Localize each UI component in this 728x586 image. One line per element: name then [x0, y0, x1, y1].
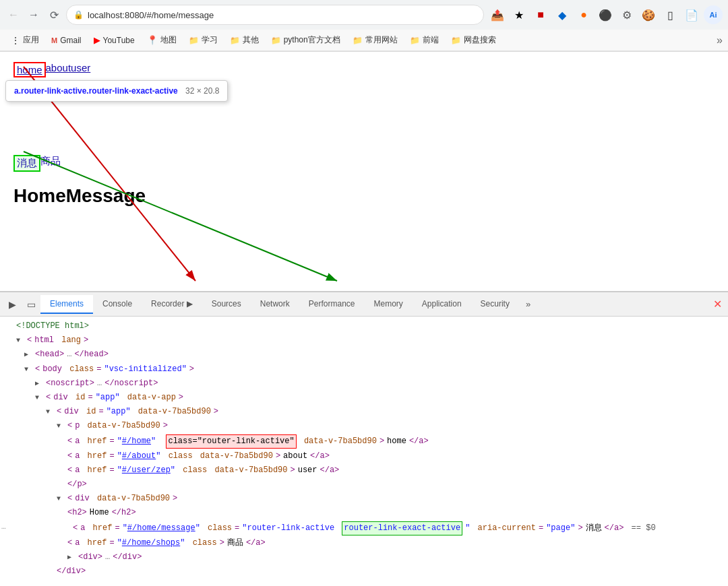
- bookmark-youtube[interactable]: ▶ YouTube: [88, 33, 140, 47]
- bookmark-gmail-label: Gmail: [60, 36, 81, 45]
- devtools-inspect-button[interactable]: ▶: [3, 295, 22, 314]
- forward-button[interactable]: →: [26, 7, 42, 23]
- bookmark-youtube-label: YouTube: [103, 36, 135, 45]
- tooltip-box: a.router-link-active.router-link-exact-a…: [5, 80, 228, 102]
- sub-nav-message[interactable]: 消息: [13, 155, 40, 172]
- ext-gray-button[interactable]: ⚫: [596, 5, 615, 24]
- code-line-a-about: <a href="#/about" class data-v-7ba5bd90>…: [0, 449, 728, 463]
- code-line-a-message: … <a href="#/home/message" class="router…: [0, 521, 728, 536]
- bookmark-other-label: 其他: [243, 34, 259, 46]
- tab-recorder[interactable]: Recorder ▶: [142, 295, 202, 314]
- page-content: home about user a.router-link-active.rou…: [0, 52, 728, 291]
- ext-cookie-button[interactable]: 🍪: [639, 5, 658, 24]
- expand-head[interactable]: [24, 350, 32, 360]
- reload-button[interactable]: ⟳: [46, 7, 62, 23]
- tab-sources[interactable]: Sources: [202, 295, 251, 314]
- code-line-p-close: </p>: [0, 478, 728, 492]
- code-line-a-user: <a href="#/user/zep" class data-v-7ba5bd…: [0, 463, 728, 478]
- code-line-head: <head>…</head>: [0, 348, 728, 362]
- address-bar[interactable]: 🔒 localhost:8080/#/home/message: [66, 5, 484, 25]
- bookmark-star-button[interactable]: ★: [510, 5, 528, 24]
- page-nav: home about user: [13, 62, 715, 77]
- bookmark-other[interactable]: 📁 其他: [224, 32, 264, 48]
- devtools-tabs: ▶ ▭ Elements Console Recorder ▶ Sources …: [0, 292, 728, 317]
- devtools-device-button[interactable]: ▭: [22, 295, 40, 314]
- bookmark-common[interactable]: 📁 常用网站: [347, 32, 403, 48]
- bookmark-netdisk-label: 网盘搜索: [464, 34, 496, 46]
- url-text: localhost:8080/#/home/message: [88, 10, 477, 20]
- bookmark-frontend[interactable]: 📁 前端: [404, 32, 444, 48]
- bookmark-netdisk[interactable]: 📁 网盘搜索: [446, 32, 502, 48]
- bookmarks-more-button[interactable]: »: [717, 34, 723, 46]
- ext-puzzle-button[interactable]: ▯: [661, 5, 679, 24]
- folder-icon-5: 📁: [410, 36, 420, 45]
- tab-performance[interactable]: Performance: [299, 295, 365, 314]
- ext-orange-button[interactable]: ●: [574, 5, 593, 24]
- nav-link-about[interactable]: about: [46, 62, 71, 77]
- bookmark-apps[interactable]: ⋮ 应用: [5, 32, 44, 48]
- profile-button[interactable]: Ai: [704, 5, 723, 24]
- apps-icon: ⋮: [11, 35, 20, 46]
- bookmark-maps-label: 地图: [160, 34, 177, 46]
- code-line-div-app-inner: <div id="app" data-v-7ba5bd90 >: [0, 405, 728, 419]
- expand-div-app-inner[interactable]: [46, 407, 54, 418]
- code-line-doctype: <!DOCTYPE html>: [0, 319, 728, 333]
- ext-more-button[interactable]: 📄: [682, 5, 701, 24]
- code-line-body: <body class="vsc-initialized" >: [0, 362, 728, 377]
- bookmark-gmail[interactable]: M Gmail: [46, 34, 87, 47]
- devtools-close-button[interactable]: ✕: [709, 296, 725, 313]
- tooltip-size-text: 32 × 20.8: [185, 86, 219, 96]
- code-line-html: <html lang >: [0, 333, 728, 348]
- nav-link-home[interactable]: home: [13, 62, 46, 77]
- back-button[interactable]: ←: [5, 7, 22, 23]
- highlight-router-link-exact-active: router-link-exact-active: [342, 521, 462, 535]
- bookmark-study-label: 学习: [202, 34, 218, 46]
- folder-icon-3: 📁: [271, 36, 281, 45]
- youtube-icon: ▶: [94, 35, 100, 45]
- tab-security[interactable]: Security: [471, 295, 519, 314]
- nav-link-user[interactable]: user: [71, 62, 90, 77]
- tab-network[interactable]: Network: [251, 295, 299, 314]
- code-line-a-home: <a href="#/home" class="router-link-acti…: [0, 434, 728, 449]
- tooltip-class-text: a.router-link-active.router-link-exact-a…: [14, 86, 178, 96]
- expand-html[interactable]: [16, 335, 24, 346]
- bookmark-study[interactable]: 📁 学习: [183, 32, 223, 48]
- bookmark-common-label: 常用网站: [365, 34, 398, 46]
- tab-application[interactable]: Application: [413, 295, 471, 314]
- share-button[interactable]: 📤: [488, 5, 507, 24]
- tab-memory[interactable]: Memory: [365, 295, 413, 314]
- ext-red-button[interactable]: ■: [531, 5, 550, 24]
- bookmarks-bar: ⋮ 应用 M Gmail ▶ YouTube 📍 地图 📁 学习 📁 其他 📁 …: [0, 30, 728, 51]
- expand-noscript[interactable]: [35, 379, 43, 389]
- highlight-router-link-active: class="router-link-active": [166, 434, 296, 449]
- tab-elements[interactable]: Elements: [40, 295, 93, 314]
- page-heading: HomeMessage: [13, 185, 715, 207]
- folder-icon-1: 📁: [189, 36, 199, 45]
- code-line-a-shops: <a href="#/home/shops" class>商品</a>: [0, 536, 728, 550]
- expand-div-inner[interactable]: [57, 494, 65, 504]
- tab-console[interactable]: Console: [93, 295, 142, 314]
- expand-body[interactable]: [24, 364, 32, 375]
- expand-p[interactable]: [57, 421, 65, 432]
- bookmark-python-label: python官方文档: [284, 34, 340, 46]
- doctype-text: <!DOCTYPE html>: [16, 320, 89, 333]
- code-line-div-collapsed: <div>…</div>: [0, 550, 728, 564]
- maps-icon: 📍: [147, 35, 158, 45]
- sub-nav-shops[interactable]: 商品: [40, 155, 61, 172]
- expand-div-collapsed[interactable]: [67, 552, 75, 563]
- bookmark-apps-label: 应用: [23, 34, 39, 46]
- bookmark-python[interactable]: 📁 python官方文档: [266, 32, 346, 48]
- code-line-noscript: <noscript>…</noscript>: [0, 377, 728, 391]
- dots-indicator: …: [1, 521, 6, 533]
- code-line-div-app-outer: <div id="app" data-v-app >: [0, 391, 728, 405]
- devtools-panel: ▶ ▭ Elements Console Recorder ▶ Sources …: [0, 291, 728, 581]
- expand-div-app-outer[interactable]: [35, 393, 43, 403]
- settings-button[interactable]: ⚙: [617, 5, 636, 24]
- tab-more-button[interactable]: »: [520, 295, 536, 313]
- code-line-p: <p data-v-7ba5bd90 >: [0, 419, 728, 433]
- toolbar-icons: 📤 ★ ■ ◆ ● ⚫ ⚙ 🍪 ▯ 📄 Ai: [488, 5, 723, 24]
- ext-blue-button[interactable]: ◆: [553, 5, 572, 24]
- bookmark-maps[interactable]: 📍 地图: [142, 32, 182, 48]
- code-line-h2: <h2>Home</h2>: [0, 506, 728, 520]
- browser-toolbar: ← → ⟳ 🔒 localhost:8080/#/home/message 📤 …: [0, 0, 728, 30]
